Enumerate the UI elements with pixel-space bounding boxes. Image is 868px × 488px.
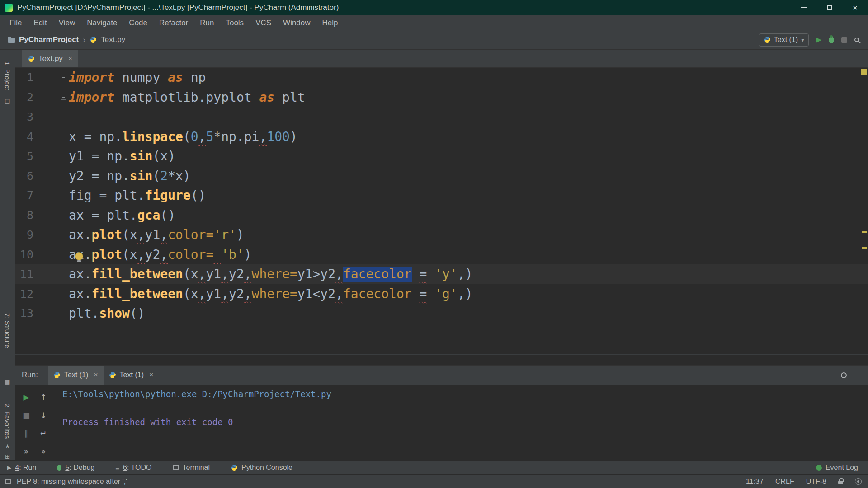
code-token: , (221, 286, 229, 301)
fold-marker-icon[interactable] (61, 75, 66, 80)
code-line[interactable]: 12ax.fill_between(x,y1,y2,where=y1<y2,fa… (15, 284, 868, 304)
gear-icon[interactable] (841, 372, 847, 378)
code-token: ( (152, 169, 160, 183)
scroll-up-icon[interactable]: ↑ (40, 393, 47, 402)
warning-stripe-mark[interactable] (862, 231, 867, 233)
run-configuration-select[interactable]: Text (1) ▾ (759, 33, 809, 47)
code-line[interactable]: 6y2 = np.sin(2*x) (15, 166, 868, 186)
minimize-button[interactable] (791, 0, 816, 15)
inspection-status-icon[interactable] (861, 69, 867, 75)
sidebar-item-favorites[interactable]: 2: Favorites (4, 404, 11, 439)
code-token: as (259, 90, 274, 105)
menu-navigate[interactable]: Navigate (81, 19, 123, 28)
soft-wrap-icon[interactable]: ↵ (40, 429, 47, 438)
menu-tools[interactable]: Tools (220, 19, 250, 28)
code-token: , (137, 247, 145, 262)
toolwindow-python-console[interactable]: Python Console (231, 464, 292, 472)
event-log-button[interactable]: Event Log (816, 464, 858, 472)
code-line[interactable]: 8ax = plt.gca() (15, 206, 868, 225)
toolwindow-todo[interactable]: ≡ 6: TODO (115, 464, 151, 472)
stop-button[interactable] (841, 37, 847, 43)
breadcrumb-project[interactable]: PyCharmProject (19, 35, 79, 44)
run-tab-close-icon[interactable]: × (147, 371, 153, 379)
code-line[interactable]: 3 (15, 107, 868, 127)
gutter-fold-area[interactable] (33, 75, 69, 80)
menu-help[interactable]: Help (316, 19, 344, 28)
code-token: ax. (69, 227, 92, 242)
code-line[interactable]: 13plt.show() (15, 304, 868, 324)
code-token: y1 (297, 267, 313, 282)
code-line[interactable]: 4x = np.linspace(0,5*np.pi,100) (15, 127, 868, 147)
code-line[interactable]: 5y1 = np.sin(x) (15, 146, 868, 166)
close-button[interactable]: × (842, 0, 868, 15)
encoding-widget[interactable]: UTF-8 (806, 478, 826, 486)
toolwindow-debug[interactable]: 5: Debug (57, 464, 94, 472)
lock-icon[interactable] (838, 481, 843, 484)
menu-run[interactable]: Run (194, 19, 220, 28)
sidebar-item-project[interactable]: 1: Project (4, 61, 11, 90)
code-line[interactable]: 2import matplotlib.pyplot as plt (15, 88, 868, 108)
code-token: plot (92, 227, 122, 242)
hide-toolwindow-icon[interactable] (856, 375, 862, 375)
status-message: PEP 8: missing whitespace after ',' (17, 478, 127, 486)
menu-refactor[interactable]: Refactor (153, 19, 194, 28)
code-line[interactable]: 11ax.fill_between(x,y1,y2,where=y1>y2,fa… (15, 264, 868, 284)
code-token: (x (183, 267, 198, 282)
toolwindow-label: Terminal (183, 464, 210, 472)
line-number: 9 (15, 228, 33, 241)
fold-marker-icon[interactable] (61, 95, 66, 100)
code-token (427, 286, 434, 301)
caret-position-widget[interactable]: 11:37 (746, 478, 764, 486)
menu-view[interactable]: View (53, 19, 81, 28)
breadcrumb-file[interactable]: Text.py (101, 35, 125, 44)
code-token: , (335, 286, 343, 301)
toolwindow-label: : Run (19, 464, 36, 471)
scroll-down-icon[interactable]: ↓ (40, 411, 47, 420)
code-token: *x) (168, 169, 191, 183)
menu-code[interactable]: Code (123, 19, 153, 28)
menu-file[interactable]: File (4, 19, 28, 28)
code-line[interactable]: 1import numpy as np (15, 68, 868, 88)
tab-textpy[interactable]: Text.py × (22, 50, 78, 67)
menu-window[interactable]: Window (277, 19, 316, 28)
rerun-icon[interactable]: ▶ (23, 393, 29, 402)
toolwindow-label: Python Console (241, 464, 292, 472)
code-line[interactable]: 10ax.plot(x,y2,color= 'b') (15, 245, 868, 265)
gutter-fold-area[interactable] (33, 95, 69, 100)
code-token: * (213, 129, 221, 144)
code-token: , (458, 267, 465, 282)
toolwindow-quick-access-icon[interactable] (5, 479, 11, 484)
breadcrumb: PyCharmProject › Text.py (8, 35, 125, 45)
menu-edit[interactable]: Edit (28, 19, 52, 28)
error-stripe-scrollbar[interactable] (860, 68, 868, 354)
tab-close-icon[interactable]: × (66, 55, 72, 63)
code-line[interactable]: 9ax.plot(x,y1,color='r') (15, 225, 868, 245)
pause-output-icon[interactable]: ∥ (24, 429, 28, 438)
debug-button[interactable] (829, 37, 834, 43)
run-tab-2[interactable]: Text (1) × (104, 366, 159, 385)
warning-stripe-mark[interactable] (862, 247, 867, 249)
code-editor[interactable]: 1import numpy as np2import matplotlib.py… (15, 68, 868, 365)
run-tab-1[interactable]: Text (1) × (48, 366, 104, 385)
collapse-all-icon[interactable]: » (41, 447, 46, 456)
inspections-profile-icon[interactable] (855, 478, 862, 485)
run-tab-close-icon[interactable]: × (92, 371, 98, 379)
maximize-button[interactable] (816, 0, 842, 15)
search-everywhere-icon[interactable] (854, 38, 859, 42)
intention-bulb-icon[interactable] (75, 252, 83, 260)
toolwindow-label: 5 (65, 464, 69, 471)
run-panel-body: ▶↑■↓∥↵»» E:\Tools\python\python.exe D:/P… (15, 385, 868, 460)
run-button[interactable]: ▶ (816, 36, 821, 43)
expand-all-icon[interactable]: » (24, 447, 28, 456)
code-text: x = np.linspace(0,5*np.pi,100) (69, 129, 297, 144)
menu-vcs[interactable]: VCS (250, 19, 277, 28)
code-token: color= (168, 247, 213, 262)
sidebar-item-structure[interactable]: 7: Structure (4, 313, 11, 348)
code-line[interactable]: 7fig = plt.figure() (15, 186, 868, 206)
toolwindow-terminal[interactable]: Terminal (173, 464, 210, 472)
toolwindow-run[interactable]: ▶ 4: Run (7, 464, 36, 472)
line-separator-widget[interactable]: CRLF (775, 478, 794, 486)
console-output[interactable]: E:\Tools\python\python.exe D:/PyCharmPro… (55, 385, 868, 460)
code-token: , (160, 227, 168, 242)
stop-icon[interactable]: ■ (23, 411, 30, 420)
